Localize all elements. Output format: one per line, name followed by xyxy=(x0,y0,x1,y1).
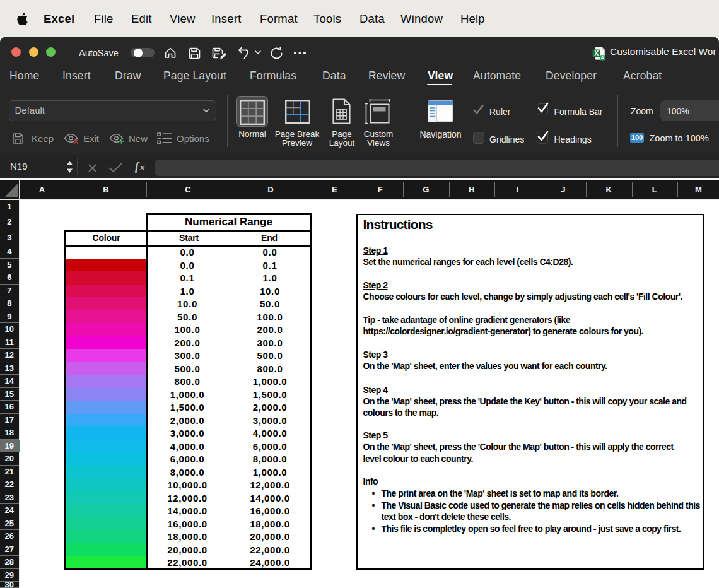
svg-text:A: A xyxy=(601,54,605,60)
svg-text:X: X xyxy=(594,49,599,57)
